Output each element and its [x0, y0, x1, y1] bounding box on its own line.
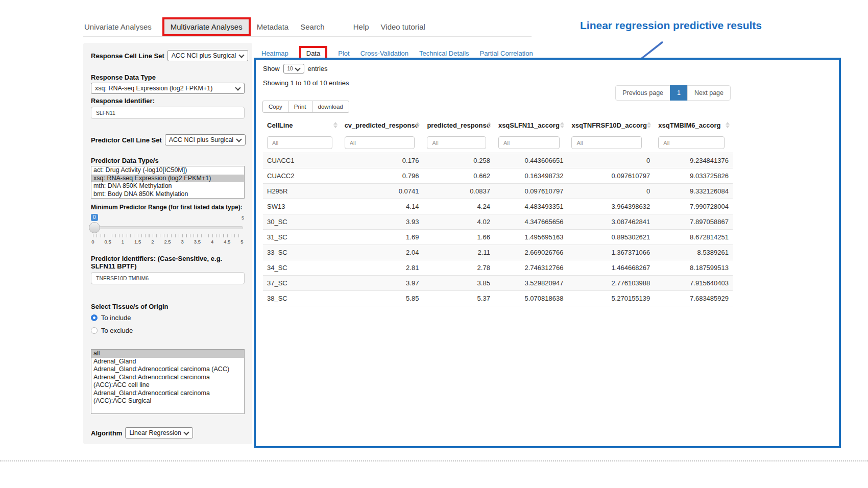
value-cell: 2.669026766 [494, 245, 568, 260]
value-cell: 5.270155139 [567, 291, 654, 306]
table-row: CUACC10.1760.2580.44360665109.234841376 [263, 153, 733, 168]
cell-line-cell: 34_SC [263, 260, 341, 276]
value-cell: 4.483493351 [494, 199, 568, 214]
slider-ticks [93, 234, 242, 237]
copy-button[interactable]: Copy [262, 101, 288, 113]
tissue-option-adrenal-gland[interactable]: Adrenal_Gland [91, 358, 244, 366]
predictor-identifiers-input[interactable] [91, 272, 245, 284]
value-cell: 2.78 [423, 260, 494, 276]
next-page-button[interactable]: Next page [687, 85, 731, 101]
column-header-xsqtnfrsf10d-accorg[interactable]: xsqTNFRSF10D_accorg [567, 117, 654, 133]
filter-input-xsqtnfrsf10d-accorg[interactable] [571, 136, 642, 149]
tissue-option-all[interactable]: all [91, 350, 244, 358]
filter-input-predicted-response[interactable] [427, 136, 486, 149]
column-header-label: xsqTNFRSF10D_accorg [571, 121, 646, 129]
sort-icon[interactable] [647, 122, 651, 128]
min-predictor-range-slider[interactable]: 0 5 00.511.522.533.544.55 [91, 222, 243, 249]
slider-handle[interactable] [89, 222, 100, 233]
table-row: 34_SC2.812.782.7463127661.4646682678.187… [263, 260, 733, 276]
slider-value-badge: 0 [91, 214, 98, 221]
sort-icon[interactable] [726, 122, 730, 128]
predictor-cell-line-set-field: Predictor Cell Line Set ACC NCI plus Sur… [91, 134, 245, 145]
response-data-type-select[interactable]: xsq: RNA-seq Expression (log2 FPKM+1) [91, 83, 245, 94]
filter-cell [567, 133, 654, 153]
slider-tick-label-3: 3 [181, 239, 184, 245]
column-header-predicted-response[interactable]: predicted_response [423, 117, 494, 133]
sort-icon[interactable] [487, 122, 491, 128]
cell-line-cell: H295R [263, 184, 341, 199]
previous-page-button[interactable]: Previous page [615, 85, 670, 101]
filter-input-xsqtmbim6-accorg[interactable] [658, 136, 724, 149]
value-cell: 4.02 [423, 214, 494, 230]
sort-icon[interactable] [333, 122, 337, 128]
value-cell: 7.990728004 [654, 199, 733, 214]
tissue-option-adrenal-gland-adrenocortical-carcinoma-acc-acc-surgical[interactable]: Adrenal_Gland:Adrenocortical carcinoma (… [91, 389, 244, 405]
tab-heatmap[interactable]: Heatmap [261, 50, 288, 57]
predictor-type-option-xsq-rna-seq-expression-log2-fpkm-1[interactable]: xsq: RNA-seq Expression (log2 FPKM+1) [91, 175, 244, 183]
filter-input-cellline[interactable] [267, 136, 332, 149]
annotation-title: Linear regression predictive results [580, 19, 762, 32]
page-length-select[interactable]: 10 [283, 64, 304, 74]
radio-unchecked-icon[interactable] [91, 327, 98, 334]
value-cell: 3.93 [341, 214, 423, 230]
nav-item-multivariate-analyses[interactable]: Multivariate Analyses [162, 17, 251, 36]
nav-item-help[interactable]: Help [352, 18, 370, 35]
column-header-label: predicted_response [427, 121, 490, 129]
predictor-type-option-act-drug-activity-log10-ic50m[interactable]: act: Drug Activity (-log10[IC50M]) [91, 166, 244, 175]
value-cell: 0.258 [423, 153, 494, 168]
slider-tick-labels: 00.511.522.533.544.55 [93, 239, 242, 245]
nav-item-video-tutorial[interactable]: Video tutorial [380, 18, 426, 35]
tissue-exclude-radio[interactable]: To exclude [91, 325, 245, 336]
pagination: Previous page 1 Next page [616, 85, 731, 101]
value-cell: 2.746312766 [494, 260, 568, 276]
tab-partial-correlation[interactable]: Partial Correlation [480, 50, 533, 57]
value-cell: 3.087462841 [567, 214, 654, 230]
sort-icon[interactable] [416, 122, 420, 128]
tab-plot[interactable]: Plot [338, 50, 349, 57]
filter-input-cv-predicted-response[interactable] [345, 136, 415, 149]
predictor-type-option-bmt-body-dna-850k-methylation[interactable]: bmt: Body DNA 850K Methylation [91, 190, 244, 199]
sort-icon[interactable] [560, 122, 564, 128]
value-cell: 3.97 [341, 276, 423, 291]
column-header-cv-predicted-response[interactable]: cv_predicted_response [341, 117, 423, 133]
page-number-button[interactable]: 1 [670, 85, 688, 101]
value-cell: 2.11 [423, 245, 494, 260]
nav-item-univariate-analyses[interactable]: Univariate Analyses [83, 18, 153, 35]
table-row: CUACC20.7960.6620.1634987320.0976107979.… [263, 168, 733, 184]
tissue-listbox[interactable]: allAdrenal_GlandAdrenal_Gland:Adrenocort… [91, 349, 245, 414]
nav-item-metadata[interactable]: Metadata [256, 18, 290, 35]
column-header-label: cv_predicted_response [345, 121, 419, 129]
table-row: 33_SC2.042.112.6690267661.3673710668.538… [263, 245, 733, 260]
value-cell: 0 [567, 153, 654, 168]
response-identifier-input[interactable] [91, 107, 245, 119]
nav-item-search[interactable]: Search [299, 18, 326, 35]
response-cell-line-set-select[interactable]: ACC NCI plus Surgical [167, 50, 248, 61]
table-filter-row [263, 133, 733, 153]
value-cell: 1.367371066 [567, 245, 654, 260]
predictor-data-types-label: Predictor Data Type/s [91, 157, 245, 164]
cell-line-cell: 30_SC [263, 214, 341, 230]
predictor-cell-line-set-select[interactable]: ACC NCI plus Surgical [165, 134, 246, 145]
response-identifier-label: Response Identifier: [91, 97, 245, 105]
download-button[interactable]: download [312, 101, 349, 113]
tissue-include-radio[interactable]: To include [91, 312, 245, 323]
algorithm-select[interactable]: Linear Regression [125, 427, 193, 438]
tab-technical-details[interactable]: Technical Details [419, 50, 469, 57]
predictor-data-types-listbox[interactable]: act: Drug Activity (-log10[IC50M])xsq: R… [91, 166, 245, 199]
filter-input-xsqslfn11-accorg[interactable] [498, 136, 560, 149]
predictor-type-option-mth-dna-850k-methylation[interactable]: mth: DNA 850K Methylation [91, 182, 244, 190]
column-header-xsqslfn11-accorg[interactable]: xsqSLFN11_accorg [494, 117, 568, 133]
value-cell: 3.964398632 [567, 199, 654, 214]
tissue-option-adrenal-gland-adrenocortical-carcinoma-acc[interactable]: Adrenal_Gland:Adrenocortical carcinoma (… [91, 365, 244, 374]
slider-track[interactable] [91, 226, 243, 229]
column-header-cellline[interactable]: CellLine [263, 117, 341, 133]
value-cell: 1.495695163 [494, 230, 568, 245]
top-nav: Univariate AnalysesMultivariate Analyses… [83, 17, 532, 37]
tab-cross-validation[interactable]: Cross-Validation [360, 50, 408, 57]
tissue-option-adrenal-gland-adrenocortical-carcinoma-acc-acc-cell-line[interactable]: Adrenal_Gland:Adrenocortical carcinoma (… [91, 374, 244, 389]
response-cell-line-set-label: Response Cell Line Set [91, 52, 164, 60]
radio-checked-icon[interactable] [91, 314, 98, 321]
print-button[interactable]: Print [288, 101, 312, 113]
column-header-xsqtmbim6-accorg[interactable]: xsqTMBIM6_accorg [654, 117, 733, 133]
predictor-cell-line-set-label: Predictor Cell Line Set [91, 136, 162, 144]
